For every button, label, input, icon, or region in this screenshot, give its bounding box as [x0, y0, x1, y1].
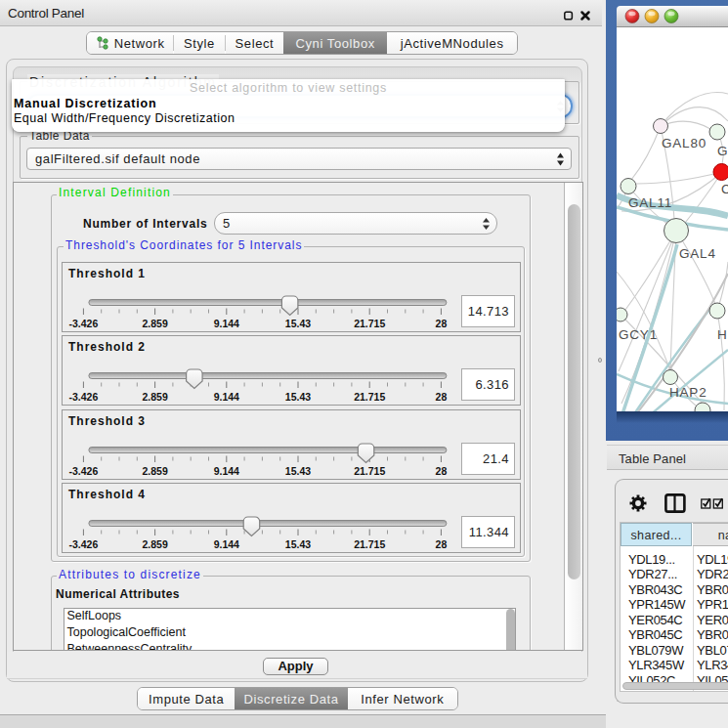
svg-text:9.144: 9.144 [214, 465, 239, 477]
svg-text:9.144: 9.144 [214, 391, 239, 403]
svg-text:15.43: 15.43 [285, 391, 311, 403]
svg-text:28: 28 [436, 318, 448, 329]
svg-text:15.43: 15.43 [285, 318, 311, 329]
svg-text:21.715: 21.715 [354, 318, 385, 329]
svg-text:21.715: 21.715 [354, 538, 385, 550]
svg-text:GAL11: GAL11 [628, 195, 672, 210]
svg-text:GA: GA [717, 144, 728, 158]
svg-text:21.715: 21.715 [354, 391, 385, 403]
svg-text:28: 28 [436, 391, 448, 403]
svg-text:15.43: 15.43 [285, 465, 311, 477]
svg-text:C: C [721, 182, 728, 196]
svg-text:2.859: 2.859 [142, 391, 167, 403]
svg-text:-3.426: -3.426 [69, 465, 99, 477]
svg-text:H: H [717, 327, 728, 342]
svg-text:-3.426: -3.426 [69, 318, 99, 329]
svg-text:2.859: 2.859 [142, 318, 167, 329]
svg-text:-3.426: -3.426 [69, 538, 99, 550]
svg-text:2.859: 2.859 [142, 538, 167, 550]
svg-text:15.43: 15.43 [285, 538, 311, 550]
svg-text:9.144: 9.144 [214, 538, 239, 550]
svg-text:-3.426: -3.426 [69, 391, 99, 403]
svg-text:GCY1: GCY1 [619, 327, 658, 342]
svg-text:28: 28 [436, 538, 448, 550]
svg-text:21.715: 21.715 [354, 465, 385, 477]
svg-text:9.144: 9.144 [214, 318, 239, 329]
svg-text:HAP2: HAP2 [669, 385, 707, 400]
svg-text:2.859: 2.859 [142, 465, 167, 477]
svg-text:GAL4: GAL4 [679, 246, 716, 261]
svg-text:28: 28 [436, 465, 448, 477]
svg-text:GAL80: GAL80 [662, 136, 707, 150]
